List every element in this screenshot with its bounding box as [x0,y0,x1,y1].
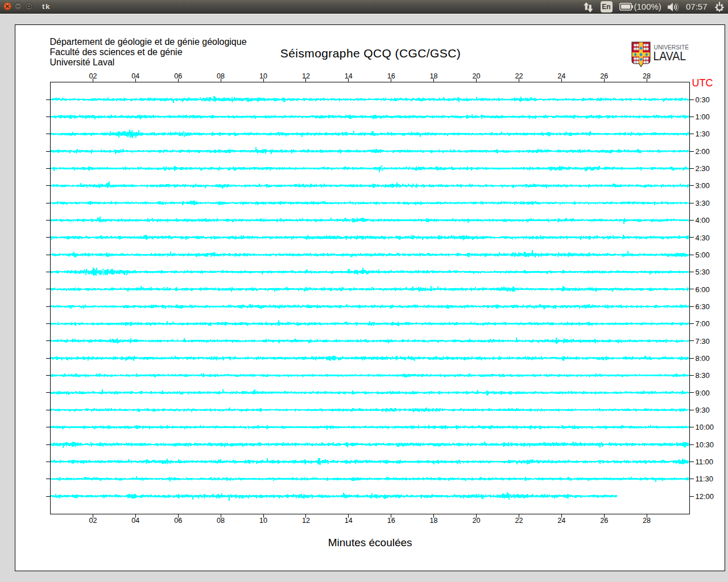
svg-text:04: 04 [131,517,139,525]
svg-text:2:00: 2:00 [696,147,710,156]
svg-text:4:30: 4:30 [696,234,710,242]
svg-text:3:00: 3:00 [696,181,710,190]
svg-text:12: 12 [302,72,310,80]
svg-text:10: 10 [259,72,267,80]
svg-text:11:30: 11:30 [696,475,714,483]
svg-text:12:00: 12:00 [696,492,714,501]
svg-text:02: 02 [89,517,97,525]
svg-text:14: 14 [345,517,353,525]
svg-text:Minutes écoulées: Minutes écoulées [328,537,412,548]
svg-text:8:00: 8:00 [696,354,710,363]
svg-text:3:30: 3:30 [696,199,710,207]
svg-text:9:00: 9:00 [696,389,710,397]
svg-text:4:00: 4:00 [696,216,710,225]
svg-text:24: 24 [557,72,565,80]
svg-text:16: 16 [387,517,395,525]
svg-text:7:00: 7:00 [696,319,710,328]
svg-text:5:30: 5:30 [696,268,710,276]
svg-text:7:30: 7:30 [696,337,710,346]
svg-text:18: 18 [430,72,438,80]
svg-text:6:30: 6:30 [696,302,710,311]
svg-text:18: 18 [430,517,438,525]
svg-text:28: 28 [643,72,651,80]
svg-text:9:30: 9:30 [696,406,710,414]
svg-text:UTC: UTC [692,77,713,89]
svg-text:16: 16 [387,72,395,80]
svg-text:10: 10 [259,517,267,525]
svg-text:5:00: 5:00 [696,251,710,259]
svg-text:1:00: 1:00 [696,113,710,121]
svg-text:2:30: 2:30 [696,164,710,173]
svg-text:06: 06 [174,517,182,525]
svg-text:20: 20 [472,72,480,80]
svg-text:14: 14 [345,72,353,80]
svg-text:28: 28 [643,517,651,525]
svg-text:04: 04 [131,72,139,80]
svg-text:26: 26 [600,517,608,525]
svg-text:8:30: 8:30 [696,371,710,380]
svg-text:08: 08 [217,72,225,80]
svg-text:6:00: 6:00 [696,285,710,294]
svg-text:11:00: 11:00 [696,458,714,466]
svg-text:22: 22 [515,517,523,525]
svg-text:20: 20 [472,517,480,525]
svg-text:10:00: 10:00 [696,423,714,431]
svg-text:0:30: 0:30 [696,95,710,104]
svg-text:1:30: 1:30 [696,130,710,138]
svg-text:26: 26 [600,72,608,80]
svg-text:08: 08 [217,517,225,525]
svg-text:10:30: 10:30 [696,440,714,449]
svg-text:24: 24 [557,517,565,525]
svg-text:12: 12 [302,517,310,525]
svg-text:02: 02 [89,72,97,80]
svg-text:06: 06 [174,72,182,80]
svg-text:22: 22 [515,72,523,80]
